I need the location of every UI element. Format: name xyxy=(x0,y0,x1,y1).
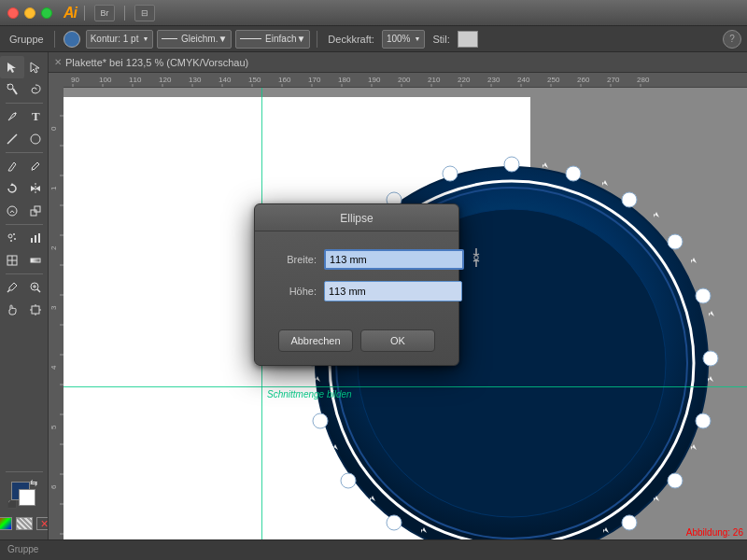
rotate-tool[interactable] xyxy=(0,177,24,200)
gleichm-label: Gleichm. xyxy=(181,34,218,44)
breite-label: Breite: xyxy=(270,254,317,265)
link-icon[interactable] xyxy=(470,246,483,272)
magic-wand-tool[interactable] xyxy=(0,78,24,101)
group-label: Gruppe xyxy=(6,34,48,45)
mesh-tool[interactable] xyxy=(0,249,24,272)
svg-rect-17 xyxy=(38,233,40,243)
lasso-tool[interactable] xyxy=(24,78,49,101)
svg-line-24 xyxy=(37,289,40,292)
svg-line-0 xyxy=(13,89,17,94)
statusbar: Gruppe xyxy=(0,539,747,558)
reflect-tool[interactable] xyxy=(24,177,49,200)
svg-point-11 xyxy=(8,234,12,238)
toolbar-sep-1 xyxy=(54,31,55,48)
stroke-style-dropdown[interactable]: Gleichm.▼ xyxy=(157,30,232,49)
paintbrush-tool[interactable] xyxy=(24,155,49,177)
tool-row-6 xyxy=(0,177,48,200)
breite-input[interactable] xyxy=(324,249,464,270)
hoehe-label: Höhe: xyxy=(270,286,317,297)
document-tab[interactable]: ✕ Plakette* bei 123,5 % (CMYK/Vorschau) xyxy=(49,52,747,73)
warp-tool[interactable] xyxy=(0,200,24,222)
artboard-tool[interactable] xyxy=(24,299,49,321)
ok-button[interactable]: OK xyxy=(360,329,435,352)
tool-row-11 xyxy=(0,299,48,321)
svg-point-5 xyxy=(31,134,40,144)
bridge-icon[interactable]: Br xyxy=(94,5,115,21)
color-swatches: ⇆ ⬛ × xyxy=(0,466,49,536)
deckkraft-value: 100% xyxy=(387,34,411,44)
titlebar: Ai Br ⊟ xyxy=(0,0,747,26)
cancel-button[interactable]: Abbrechen xyxy=(278,329,353,352)
hand-tool[interactable] xyxy=(0,299,24,321)
color-mode-button[interactable] xyxy=(0,517,12,530)
window-controls[interactable] xyxy=(7,7,52,19)
close-button[interactable] xyxy=(7,7,19,19)
tool-row-2 xyxy=(0,78,48,101)
canvas-area: ✕ Plakette* bei 123,5 % (CMYK/Vorschau) … xyxy=(49,52,747,539)
breite-row: Breite: xyxy=(270,246,444,272)
column-graph-tool[interactable] xyxy=(24,227,49,249)
svg-line-22 xyxy=(7,290,9,292)
stroke-swatch[interactable] xyxy=(19,489,35,506)
stroke-size: 1 pt xyxy=(123,34,139,44)
zoom-tool[interactable] xyxy=(24,276,49,299)
tool-row-1 xyxy=(0,56,48,78)
svg-rect-21 xyxy=(31,259,40,262)
swatch-sep xyxy=(6,471,43,472)
toolbar-sep-2 xyxy=(317,31,317,48)
scale-tool[interactable] xyxy=(24,200,49,222)
gradient-tool[interactable] xyxy=(24,249,49,272)
gradient-mode-button[interactable] xyxy=(16,517,33,530)
toolbar: Gruppe Kontur: 1 pt Gleichm.▼ Einfach▼ D… xyxy=(0,26,747,52)
ellipse-dialog: Ellipse Breite: xyxy=(254,203,459,366)
arrow-style-dropdown[interactable]: Einfach▼ xyxy=(235,30,310,49)
document-title: Plakette* bei 123,5 % (CMYK/Vorschau) xyxy=(65,57,248,68)
main-layout: T xyxy=(0,52,747,539)
stil-label: Stil: xyxy=(429,34,453,45)
fullscreen-button[interactable] xyxy=(41,7,52,19)
fill-color-swatch[interactable] xyxy=(63,31,80,48)
type-tool[interactable]: T xyxy=(24,105,49,128)
tool-sep-2 xyxy=(6,152,43,153)
swap-colors-icon[interactable]: ⇆ xyxy=(30,478,37,488)
svg-rect-16 xyxy=(35,235,36,243)
none-mode-button[interactable]: × xyxy=(36,517,49,530)
options-button[interactable]: ? xyxy=(723,30,741,49)
tool-row-9 xyxy=(0,249,48,272)
tools-panel: T xyxy=(0,52,49,539)
app-logo: Ai xyxy=(63,5,77,21)
tool-sep-3 xyxy=(6,224,43,225)
tool-row-10 xyxy=(0,276,48,299)
selection-tool[interactable] xyxy=(0,56,24,78)
svg-point-14 xyxy=(10,240,12,242)
dialog-body: Breite: xyxy=(255,231,458,326)
line-tool[interactable] xyxy=(0,128,24,150)
tool-row-3: T xyxy=(0,105,48,128)
svg-rect-10 xyxy=(35,206,40,212)
svg-rect-140 xyxy=(474,256,478,259)
reset-colors-icon[interactable]: ⬛ xyxy=(7,500,17,509)
tool-row-8 xyxy=(0,227,48,249)
ellipse-tool[interactable] xyxy=(24,128,49,150)
tab-close-icon[interactable]: ✕ xyxy=(54,57,62,67)
direct-selection-tool[interactable] xyxy=(24,56,49,78)
color-mode-row: × xyxy=(0,517,49,530)
hoehe-row: Höhe: xyxy=(270,281,444,301)
minimize-button[interactable] xyxy=(24,7,35,19)
tool-sep-4 xyxy=(6,273,43,274)
svg-point-13 xyxy=(14,238,16,240)
einfach-label: Einfach xyxy=(265,34,296,44)
svg-rect-15 xyxy=(31,238,33,243)
eyedropper-tool[interactable] xyxy=(0,276,24,299)
style-swatch[interactable] xyxy=(458,31,478,48)
deckkraft-dropdown[interactable]: 100% xyxy=(382,30,426,49)
tool-row-7 xyxy=(0,200,48,222)
dialog-overlay: Ellipse Breite: xyxy=(49,73,747,539)
hoehe-input[interactable] xyxy=(324,281,462,301)
pen-tool[interactable] xyxy=(0,105,24,128)
stroke-dropdown[interactable]: Kontur: 1 pt xyxy=(86,30,154,49)
svg-rect-9 xyxy=(31,210,36,216)
arrange-icon[interactable]: ⊟ xyxy=(134,5,155,21)
pencil-tool[interactable] xyxy=(0,155,24,177)
symbol-sprayer-tool[interactable] xyxy=(0,227,24,249)
